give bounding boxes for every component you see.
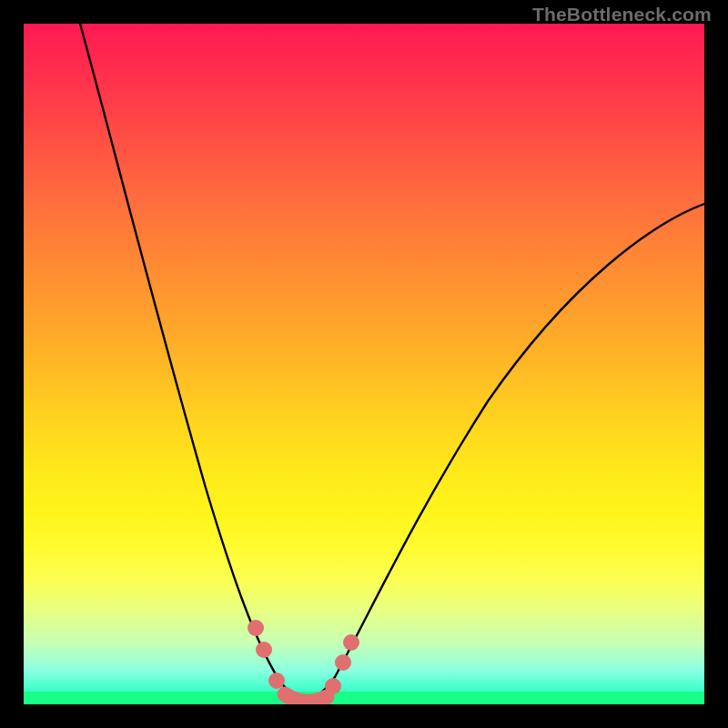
marker-dot-left-low: [268, 672, 285, 689]
marker-dot-right-mid: [335, 654, 351, 671]
marker-valley-path: [285, 694, 327, 702]
watermark-text: TheBottleneck.com: [532, 4, 712, 25]
chart-area: [24, 24, 704, 704]
curve-right-branch: [306, 204, 704, 701]
marker-dot-left-upper: [248, 620, 264, 636]
marker-dot-right-upper: [343, 634, 359, 651]
curve-left-branch: [80, 24, 306, 701]
marker-dot-right-low: [325, 678, 341, 694]
curve-layer: [24, 24, 704, 704]
marker-dot-left-mid: [256, 642, 272, 658]
